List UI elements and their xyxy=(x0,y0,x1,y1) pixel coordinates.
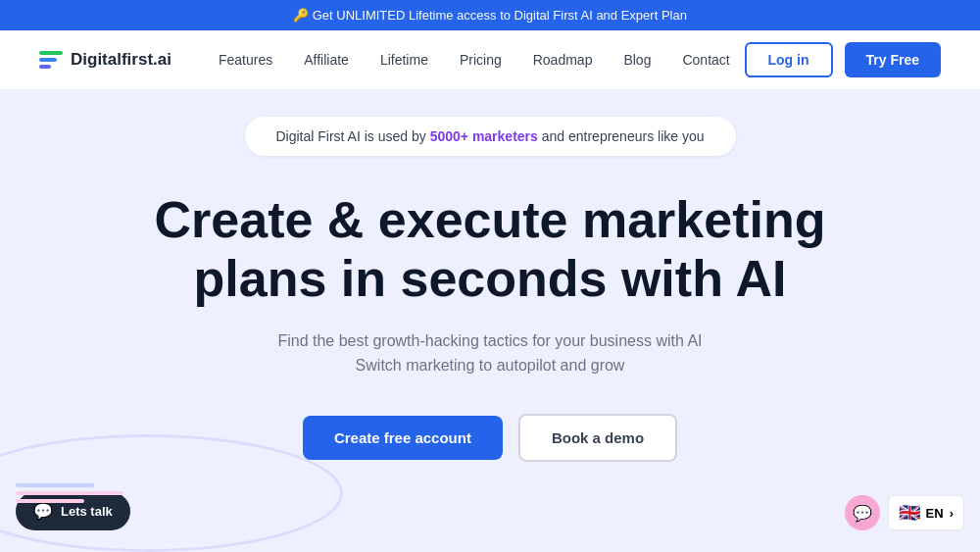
social-proof-banner: Digital First AI is used by 5000+ market… xyxy=(245,117,736,156)
chat-line-3 xyxy=(16,499,84,503)
try-free-button[interactable]: Try Free xyxy=(845,42,941,77)
login-button[interactable]: Log in xyxy=(745,42,833,77)
navbar: Digitalfirst.ai Features Affiliate Lifet… xyxy=(0,30,980,89)
nav-link-blog[interactable]: Blog xyxy=(623,52,651,68)
chat-line-2 xyxy=(16,491,123,495)
logo[interactable]: Digitalfirst.ai xyxy=(39,50,172,70)
logo-text: Digitalfirst.ai xyxy=(71,50,172,70)
chevron-down-icon: › xyxy=(950,506,954,521)
chat-decorations xyxy=(16,483,123,503)
hero-subtitle-line2: Switch marketing to autopilot and grow xyxy=(356,357,625,374)
chat-label: Lets talk xyxy=(61,504,113,519)
nav-links: Features Affiliate Lifetime Pricing Road… xyxy=(219,52,745,68)
chat-icon: 💬 xyxy=(33,502,53,521)
cta-buttons: Create free account Book a demo xyxy=(303,414,677,462)
language-widget: 💬 🇬🇧 EN › xyxy=(845,495,964,530)
nav-link-roadmap[interactable]: Roadmap xyxy=(533,52,593,68)
logo-icon xyxy=(39,51,63,69)
nav-link-pricing[interactable]: Pricing xyxy=(460,52,502,68)
hero-subtitle: Find the best growth-hacking tactics for… xyxy=(277,328,702,378)
nav-link-contact[interactable]: Contact xyxy=(682,52,729,68)
language-selector[interactable]: 🇬🇧 EN › xyxy=(888,495,964,530)
social-proof-suffix: and entrepreneurs like you xyxy=(542,128,705,144)
banner-text: Get UNLIMITED Lifetime access to Digital… xyxy=(313,8,687,23)
help-icon: 💬 xyxy=(853,504,872,523)
social-proof-highlight: 5000+ marketers xyxy=(430,128,538,144)
top-banner[interactable]: 🔑 Get UNLIMITED Lifetime access to Digit… xyxy=(0,0,980,30)
book-demo-button[interactable]: Book a demo xyxy=(518,414,677,462)
social-proof-prefix: Digital First AI is used by xyxy=(276,128,430,144)
nav-link-lifetime[interactable]: Lifetime xyxy=(380,52,428,68)
chat-line-1 xyxy=(16,483,94,487)
hero-title: Create & execute marketing plans in seco… xyxy=(147,191,833,309)
help-bubble[interactable]: 💬 xyxy=(845,495,880,530)
nav-link-affiliate[interactable]: Affiliate xyxy=(304,52,349,68)
main-content: Digital First AI is used by 5000+ market… xyxy=(0,89,980,543)
hero-subtitle-line1: Find the best growth-hacking tactics for… xyxy=(277,332,702,349)
banner-icon: 🔑 xyxy=(293,8,309,23)
nav-actions: Log in Try Free xyxy=(745,42,941,77)
flag-icon: 🇬🇧 xyxy=(899,502,920,524)
nav-link-features[interactable]: Features xyxy=(219,52,272,68)
language-code: EN xyxy=(926,506,944,521)
create-account-button[interactable]: Create free account xyxy=(303,416,503,460)
